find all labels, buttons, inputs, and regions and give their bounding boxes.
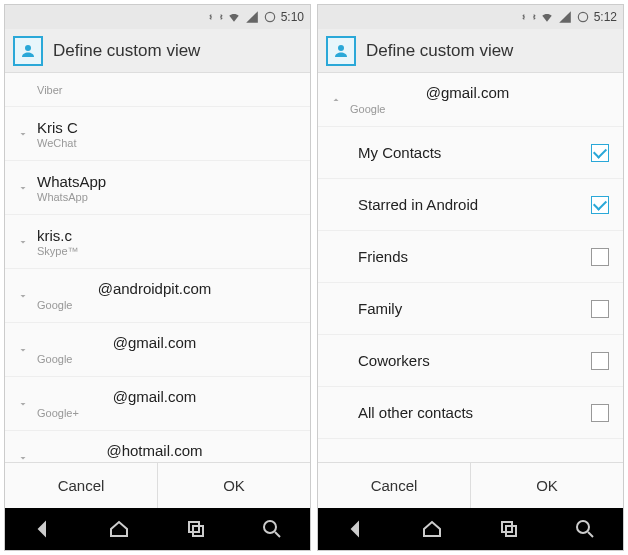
vibrate-icon <box>209 10 223 24</box>
home-icon[interactable] <box>420 517 444 541</box>
account-email: @hotmail.com <box>9 442 300 459</box>
group-item[interactable]: Friends <box>318 231 623 283</box>
svg-point-4 <box>264 521 276 533</box>
list-item[interactable]: @gmail.com Google <box>5 323 310 377</box>
group-checkbox[interactable] <box>591 404 609 422</box>
group-checkbox[interactable] <box>591 196 609 214</box>
group-item[interactable]: Coworkers <box>318 335 623 387</box>
group-item[interactable]: Family <box>318 283 623 335</box>
wifi-icon <box>540 10 554 24</box>
cancel-button[interactable]: Cancel <box>318 463 470 508</box>
account-email: @gmail.com <box>322 84 613 101</box>
group-list[interactable]: @gmail.com Google My Contacts Starred in… <box>318 73 623 462</box>
page-title: Define custom view <box>53 41 200 61</box>
account-source: WhatsApp <box>37 191 300 203</box>
list-item[interactable]: @gmail.com Google+ <box>5 377 310 431</box>
svg-point-6 <box>338 45 344 51</box>
status-time: 5:12 <box>594 10 617 24</box>
page-title: Define custom view <box>366 41 513 61</box>
chevron-down-icon <box>9 182 37 194</box>
group-checkbox[interactable] <box>591 144 609 162</box>
account-source: Google <box>37 353 300 365</box>
nav-bar <box>5 508 310 550</box>
recent-icon[interactable] <box>497 517 521 541</box>
phone-left: 5:10 Define custom view Viber Kris C WeC… <box>4 4 311 551</box>
group-item[interactable]: Starred in Android <box>318 179 623 231</box>
account-source: Viber <box>37 84 300 96</box>
title-bar: Define custom view <box>318 29 623 73</box>
group-label: Starred in Android <box>358 196 591 213</box>
status-time: 5:10 <box>281 10 304 24</box>
group-checkbox[interactable] <box>591 248 609 266</box>
ok-button[interactable]: OK <box>470 463 623 508</box>
account-email: @androidpit.com <box>9 280 300 297</box>
group-checkbox[interactable] <box>591 352 609 370</box>
list-item[interactable]: Viber <box>5 73 310 107</box>
dialog-buttons: Cancel OK <box>318 462 623 508</box>
search-icon[interactable] <box>573 517 597 541</box>
list-item[interactable]: kris.c Skype™ <box>5 215 310 269</box>
svg-point-0 <box>265 12 274 21</box>
account-source: Google <box>37 299 300 311</box>
app-icon <box>13 36 43 66</box>
app-icon <box>326 36 356 66</box>
status-bar: 5:10 <box>5 5 310 29</box>
title-bar: Define custom view <box>5 29 310 73</box>
recent-icon[interactable] <box>184 517 208 541</box>
home-icon[interactable] <box>107 517 131 541</box>
phone-right: 5:12 Define custom view @gmail.com Googl… <box>317 4 624 551</box>
account-header[interactable]: @gmail.com Google <box>318 73 623 127</box>
dialog-buttons: Cancel OK <box>5 462 310 508</box>
svg-point-1 <box>25 45 31 51</box>
battery-icon <box>263 10 277 24</box>
group-label: All other contacts <box>358 404 591 421</box>
account-email: @gmail.com <box>9 334 300 351</box>
signal-icon <box>245 10 259 24</box>
group-label: Friends <box>358 248 591 265</box>
back-icon[interactable] <box>31 517 55 541</box>
group-label: Family <box>358 300 591 317</box>
account-email: @gmail.com <box>9 388 300 405</box>
search-icon[interactable] <box>260 517 284 541</box>
svg-point-5 <box>578 12 587 21</box>
group-label: Coworkers <box>358 352 591 369</box>
list-item[interactable]: @hotmail.com Corporate <box>5 431 310 462</box>
account-list[interactable]: Viber Kris C WeChat WhatsApp WhatsApp kr… <box>5 73 310 462</box>
vibrate-icon <box>522 10 536 24</box>
group-item[interactable]: All other contacts <box>318 387 623 439</box>
svg-point-9 <box>577 521 589 533</box>
contact-name: WhatsApp <box>37 173 300 190</box>
nav-bar <box>318 508 623 550</box>
group-item[interactable]: My Contacts <box>318 127 623 179</box>
contact-name: Kris C <box>37 119 300 136</box>
contact-name: kris.c <box>37 227 300 244</box>
account-source: Google+ <box>37 407 300 419</box>
list-item[interactable]: WhatsApp WhatsApp <box>5 161 310 215</box>
group-checkbox[interactable] <box>591 300 609 318</box>
status-bar: 5:12 <box>318 5 623 29</box>
back-icon[interactable] <box>344 517 368 541</box>
chevron-down-icon <box>9 128 37 140</box>
list-item[interactable]: Kris C WeChat <box>5 107 310 161</box>
battery-icon <box>576 10 590 24</box>
account-source: Google <box>350 103 613 115</box>
signal-icon <box>558 10 572 24</box>
list-item[interactable]: @androidpit.com Google <box>5 269 310 323</box>
wifi-icon <box>227 10 241 24</box>
ok-button[interactable]: OK <box>157 463 310 508</box>
cancel-button[interactable]: Cancel <box>5 463 157 508</box>
group-label: My Contacts <box>358 144 591 161</box>
account-source: Skype™ <box>37 245 300 257</box>
chevron-down-icon <box>9 236 37 248</box>
account-source: WeChat <box>37 137 300 149</box>
